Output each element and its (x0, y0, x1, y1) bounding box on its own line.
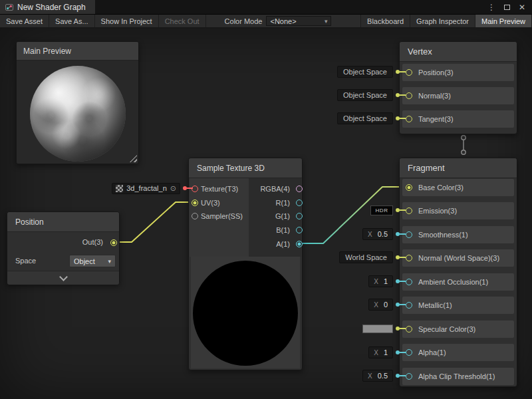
port-stub (400, 352, 406, 353)
fragment-row-smoothness[interactable]: Smoothness(1) (402, 226, 514, 243)
color-mode-value: <None> (270, 17, 296, 25)
input-label: Sampler(SS) (201, 211, 243, 221)
fragment-row-normal-world[interactable]: Normal (World Space)(3) (402, 249, 514, 267)
space-dropdown[interactable]: Object Space (337, 89, 393, 101)
port-stub (400, 375, 406, 376)
fragment-node-title: Fragment (400, 158, 517, 178)
row-label: Smoothness(1) (418, 231, 468, 239)
sampler-input-port[interactable] (192, 213, 198, 219)
float-field[interactable]: X 0.5 (362, 228, 393, 240)
emission-hdr-control: HDR (370, 204, 406, 216)
main-preview-toggle-button[interactable]: Main Preview (475, 15, 532, 27)
space-dropdown[interactable]: World Space (339, 251, 393, 263)
row-label: Specular Color(3) (418, 325, 475, 333)
port-stub (400, 71, 406, 72)
normal-world-input-port[interactable] (406, 255, 412, 261)
color-mode-dropdown[interactable]: <None> ▾ (266, 16, 331, 26)
axis-label: X (368, 372, 372, 380)
hdr-color-swatch[interactable]: HDR (370, 205, 393, 215)
float-field[interactable]: X 1 (368, 346, 393, 358)
blackboard-toggle-button[interactable]: Blackboard (360, 15, 410, 27)
row-label: Tangent(3) (418, 115, 454, 123)
preview-sphere[interactable] (30, 66, 126, 162)
row-label: Emission(3) (418, 207, 457, 215)
texture-object-field[interactable]: 3d_fractal_n ⊙ (112, 183, 180, 194)
fragment-row-metallic[interactable]: Metallic(1) (402, 297, 514, 314)
save-asset-button[interactable]: Save Asset (0, 15, 49, 27)
shader-graph-icon (5, 3, 13, 11)
rgba-output-port[interactable] (296, 186, 303, 192)
a-output-port[interactable] (296, 241, 303, 247)
fragment-row-ambient-occlusion[interactable]: Ambient Occlusion(1) (402, 273, 514, 291)
window-close-icon[interactable]: ✕ (519, 3, 525, 11)
float-value[interactable]: 0.5 (378, 372, 388, 380)
metallic-value-control: X 0 (368, 299, 406, 311)
float-value[interactable]: 1 (384, 277, 388, 285)
row-label: Ambient Occlusion(1) (418, 278, 488, 286)
smoothness-value-control: X 0.5 (362, 228, 406, 240)
window-maximize-icon[interactable] (504, 5, 510, 10)
texture-name: 3d_fractal_n (126, 184, 167, 192)
space-dropdown[interactable]: Object ▾ (69, 255, 116, 267)
float-field[interactable]: X 0 (368, 299, 393, 311)
float-value[interactable]: 0.5 (378, 230, 388, 238)
vertex-node[interactable]: Vertex Position(3) Normal(3) Tangent(3) (399, 41, 517, 134)
fragment-row-emission[interactable]: Emission(3) (402, 202, 514, 219)
emission-input-port[interactable] (406, 207, 412, 214)
float-field[interactable]: X 1 (368, 275, 393, 287)
port-stub (400, 94, 406, 96)
b-output-port[interactable] (296, 227, 303, 233)
resize-handle[interactable] (130, 155, 137, 162)
ambient-occlusion-input-port[interactable] (406, 279, 412, 285)
check-out-button: Check Out (158, 15, 206, 27)
specular-color-control (362, 323, 406, 334)
tangent-input-port[interactable] (406, 116, 412, 122)
position-input-port[interactable] (406, 69, 412, 76)
window-titlebar: New Shader Graph ⋮ ✕ (0, 0, 532, 15)
position-space-control: Object Space (337, 66, 406, 78)
vertex-row-tangent[interactable]: Tangent(3) (402, 110, 514, 128)
g-output-port[interactable] (296, 213, 303, 219)
fragment-node[interactable]: Fragment Base Color(3) Emission(3) Smoot… (399, 158, 517, 387)
graph-inspector-toggle-button[interactable]: Graph Inspector (410, 15, 475, 27)
node-preview (191, 257, 300, 368)
uv-input-port[interactable] (192, 200, 198, 206)
row-label: Alpha Clip Threshold(1) (418, 372, 495, 380)
base-color-input-port[interactable] (406, 184, 412, 191)
document-tab[interactable]: New Shader Graph (0, 0, 95, 14)
smoothness-input-port[interactable] (406, 231, 412, 238)
alpha-input-port[interactable] (406, 349, 412, 356)
fragment-row-specular-color[interactable]: Specular Color(3) (402, 321, 514, 338)
output-label: G(1) (275, 211, 290, 221)
show-in-project-button[interactable]: Show In Project (94, 15, 159, 27)
float-value[interactable]: 1 (384, 348, 388, 356)
color-swatch[interactable] (362, 325, 393, 333)
space-dropdown[interactable]: Object Space (337, 66, 393, 78)
port-stub (400, 304, 406, 305)
input-label: UV(3) (201, 198, 220, 207)
sample-texture-3d-node[interactable]: Sample Texture 3D Texture(T3) UV(3) Samp… (188, 158, 303, 370)
vertex-row-position[interactable]: Position(3) (402, 64, 514, 81)
position-node[interactable]: Position Out(3) Space Object ▾ (7, 211, 120, 285)
window-menu-icon[interactable]: ⋮ (487, 3, 495, 11)
fragment-row-alpha-clip[interactable]: Alpha Clip Threshold(1) (402, 368, 514, 385)
fragment-row-base-color[interactable]: Base Color(3) (402, 179, 514, 196)
sample-texture-node-title: Sample Texture 3D (189, 158, 302, 178)
texture-object-control: 3d_fractal_n ⊙ (112, 182, 193, 194)
metallic-input-port[interactable] (406, 302, 412, 309)
collapse-toggle[interactable] (7, 271, 119, 285)
save-as-button[interactable]: Save As... (49, 15, 95, 27)
float-value[interactable]: 0 (384, 301, 388, 309)
row-label: Normal(3) (418, 92, 451, 100)
space-dropdown[interactable]: Object Space (337, 112, 393, 124)
object-picker-icon[interactable]: ⊙ (170, 185, 176, 192)
float-field[interactable]: X 0.5 (362, 370, 393, 382)
vertex-row-normal[interactable]: Normal(3) (402, 87, 514, 104)
out-output-port[interactable] (110, 239, 117, 246)
main-preview-panel[interactable]: Main Preview (16, 41, 139, 164)
specular-color-input-port[interactable] (406, 326, 412, 332)
alpha-clip-input-port[interactable] (406, 373, 412, 380)
normal-input-port[interactable] (406, 92, 412, 99)
fragment-row-alpha[interactable]: Alpha(1) (402, 344, 514, 361)
r-output-port[interactable] (296, 200, 303, 206)
